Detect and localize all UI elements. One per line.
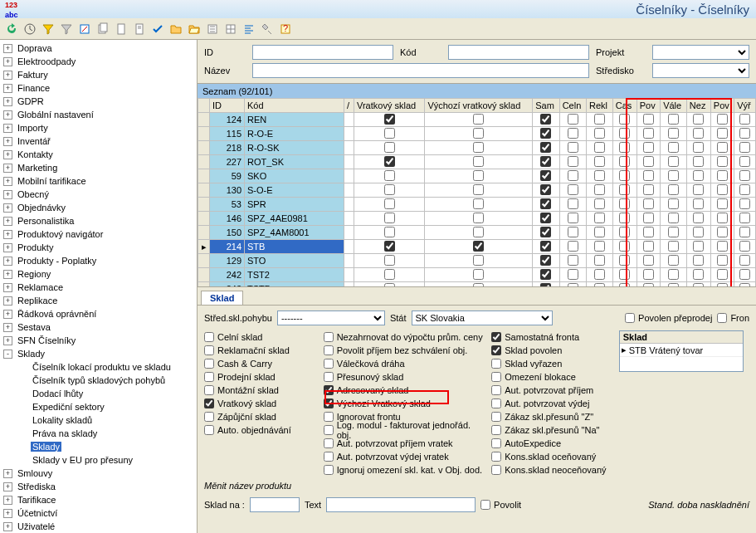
data-grid[interactable]: IDKód/Vratkový skladVýchozí vratkový skl… (198, 98, 756, 287)
table-row[interactable]: 59SKO (198, 169, 756, 183)
cell-check[interactable] (643, 114, 654, 125)
table-row[interactable]: 242TST2 (198, 268, 756, 282)
cell-check[interactable] (693, 114, 704, 125)
cell-check[interactable] (643, 142, 654, 153)
cell-check[interactable] (668, 283, 679, 288)
cell-check[interactable] (717, 128, 728, 139)
cell-check[interactable] (473, 213, 484, 223)
cell-check[interactable] (473, 184, 484, 195)
cell-check[interactable] (693, 213, 704, 223)
cell-check[interactable] (568, 114, 578, 125)
cell-check[interactable] (619, 241, 630, 252)
fron-check[interactable] (717, 313, 727, 323)
cell-check[interactable] (739, 184, 750, 195)
cell-check[interactable] (540, 142, 551, 153)
table-row[interactable]: ▸214STB (198, 240, 756, 254)
tree-item[interactable]: Expediční sektory (2, 400, 195, 413)
cell-check[interactable] (540, 114, 551, 125)
cell-check[interactable] (473, 156, 484, 167)
tree-item[interactable]: Lokality skladů (2, 413, 195, 427)
cell-check[interactable] (473, 114, 484, 125)
cell-check[interactable] (619, 184, 630, 195)
cell-check[interactable] (693, 198, 704, 209)
tree-item[interactable]: +Smlouvy (2, 467, 195, 480)
cell-check[interactable] (540, 213, 551, 223)
option-check[interactable] (324, 465, 334, 475)
expand-icon[interactable]: + (3, 44, 12, 53)
expand-icon[interactable]: + (3, 217, 12, 226)
cell-check[interactable] (473, 255, 484, 266)
table-row[interactable]: 130S-O-E (198, 183, 756, 198)
cell-check[interactable] (693, 170, 704, 181)
cell-check[interactable] (594, 213, 605, 223)
cell-check[interactable] (643, 184, 654, 195)
cell-check[interactable] (619, 198, 630, 209)
cell-check[interactable] (594, 269, 605, 280)
stred-select[interactable]: ------- (277, 311, 385, 325)
cell-check[interactable] (693, 184, 704, 195)
cell-check[interactable] (568, 227, 578, 237)
expand-icon[interactable]: + (3, 509, 12, 518)
cell-check[interactable] (739, 227, 750, 237)
tree-item[interactable]: +Globální nastavení (2, 108, 195, 121)
cell-check[interactable] (643, 241, 654, 252)
cell-check[interactable] (568, 170, 578, 181)
cell-check[interactable] (568, 213, 578, 223)
tree-item[interactable]: +Produkty (2, 241, 195, 254)
cell-check[interactable] (594, 170, 605, 181)
tree-item[interactable]: +Marketing (2, 161, 195, 174)
tree-item[interactable]: +Sestava (2, 320, 195, 334)
cell-check[interactable] (473, 170, 484, 181)
cell-check[interactable] (717, 283, 728, 288)
option-check[interactable] (491, 372, 501, 382)
expand-icon[interactable]: + (3, 243, 12, 252)
cell-check[interactable] (568, 283, 578, 288)
option-check[interactable] (204, 372, 214, 382)
cell-check[interactable] (717, 170, 728, 181)
tree-item[interactable]: +Mobilní tarifikace (2, 174, 195, 188)
cell-check[interactable] (717, 114, 728, 125)
option-check[interactable] (491, 425, 501, 435)
cell-check[interactable] (668, 184, 679, 195)
cell-check[interactable] (693, 269, 704, 280)
cell-check[interactable] (540, 184, 551, 195)
expand-icon[interactable]: + (3, 190, 12, 199)
cell-check[interactable] (568, 198, 578, 209)
cell-check[interactable] (693, 241, 704, 252)
help-icon[interactable]: ? (277, 21, 294, 37)
filter2-icon[interactable] (58, 21, 75, 37)
cell-check[interactable] (643, 128, 654, 139)
cell-check[interactable] (717, 198, 728, 209)
expand-icon[interactable]: + (3, 71, 12, 80)
tree-item[interactable]: +Replikace (2, 294, 195, 307)
option-check[interactable] (324, 385, 334, 395)
clock-icon[interactable] (22, 21, 38, 37)
table-row[interactable]: 124REN (198, 113, 756, 127)
tree-item[interactable]: +Řádková oprávnění (2, 307, 195, 320)
cell-check[interactable] (540, 269, 551, 280)
cell-check[interactable] (619, 269, 630, 280)
tree-item[interactable]: +Produkty - Poplatky (2, 254, 195, 267)
expand-icon[interactable]: + (3, 97, 12, 106)
stat-select[interactable]: SK Slovakia (412, 311, 553, 325)
cell-check[interactable] (668, 269, 679, 280)
cell-check[interactable] (473, 283, 484, 288)
cell-check[interactable] (619, 213, 630, 223)
tree-item[interactable]: +Kontakty (2, 148, 195, 161)
option-check[interactable] (324, 345, 334, 355)
option-check[interactable] (324, 332, 334, 342)
open-icon[interactable] (186, 21, 202, 37)
option-check[interactable] (491, 412, 501, 422)
expand-icon[interactable]: + (3, 257, 12, 266)
sklad-subgrid[interactable]: Sklad ▸ STB Vrátený tovar (619, 330, 744, 372)
expand-icon[interactable]: + (3, 124, 12, 133)
option-check[interactable] (324, 438, 334, 448)
cell-check[interactable] (668, 142, 679, 153)
cell-check[interactable] (717, 227, 728, 237)
cell-check[interactable] (384, 255, 395, 266)
expand-icon[interactable]: + (3, 177, 12, 186)
option-check[interactable] (324, 372, 334, 382)
cell-check[interactable] (568, 241, 578, 252)
tree-item[interactable]: Sklady v EU pro přesuny (2, 453, 195, 467)
cell-check[interactable] (594, 142, 605, 153)
